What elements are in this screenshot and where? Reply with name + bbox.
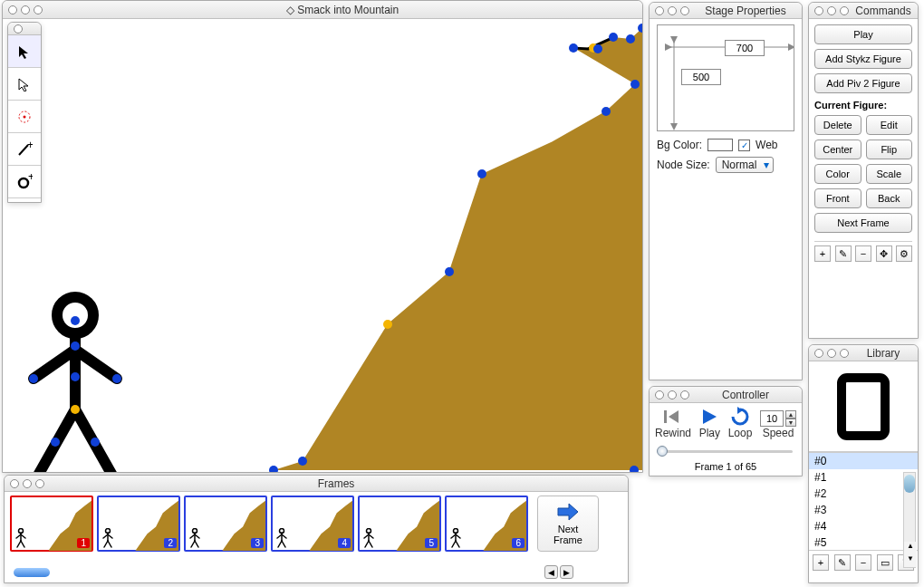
frame-thumbnail[interactable]: 3 bbox=[184, 496, 267, 552]
shape-node[interactable] bbox=[298, 457, 307, 466]
bg-color-swatch[interactable] bbox=[707, 139, 733, 151]
figure-node[interactable] bbox=[51, 438, 60, 447]
play-button[interactable]: Play bbox=[699, 407, 720, 439]
next-frame-button[interactable]: Next Frame bbox=[814, 213, 912, 233]
frame-thumbnail[interactable]: 6 bbox=[445, 496, 528, 552]
scroll-left-icon[interactable]: ◀ bbox=[544, 565, 558, 579]
tool-select[interactable] bbox=[8, 35, 41, 68]
tool-select-alt[interactable] bbox=[8, 68, 41, 101]
shape-node[interactable] bbox=[638, 24, 642, 33]
close-icon[interactable] bbox=[8, 5, 17, 14]
edit-icon[interactable]: ✎ bbox=[834, 554, 851, 571]
canvas-titlebar[interactable]: ◇ Smack into Mountain bbox=[3, 1, 642, 19]
figure-node[interactable] bbox=[71, 342, 80, 351]
zoom-icon[interactable] bbox=[680, 6, 689, 15]
library-item[interactable]: #2 bbox=[809, 486, 918, 502]
minimize-icon[interactable] bbox=[668, 6, 677, 15]
move-icon[interactable]: ✥ bbox=[876, 245, 892, 262]
minimize-icon[interactable] bbox=[668, 390, 677, 399]
frame-thumbnail[interactable]: 4 bbox=[271, 496, 354, 552]
stage-canvas[interactable] bbox=[3, 19, 642, 472]
add-icon[interactable]: + bbox=[813, 554, 829, 571]
controller-titlebar[interactable]: Controller bbox=[650, 387, 802, 403]
delete-button[interactable]: Delete bbox=[814, 115, 861, 135]
frame-slider[interactable] bbox=[655, 445, 796, 457]
minimize-icon[interactable] bbox=[23, 479, 32, 488]
edit-icon[interactable]: ✎ bbox=[835, 245, 852, 262]
library-item[interactable]: #3 bbox=[809, 502, 918, 518]
speed-input[interactable] bbox=[760, 410, 784, 427]
commands-titlebar[interactable]: Commands bbox=[809, 3, 918, 19]
library-item[interactable]: #0 bbox=[809, 453, 918, 469]
zoom-icon[interactable] bbox=[680, 390, 689, 399]
close-icon[interactable] bbox=[814, 6, 823, 15]
frame-thumbnail[interactable]: 1 bbox=[10, 496, 93, 552]
shape-node[interactable] bbox=[630, 466, 639, 472]
shape-node[interactable] bbox=[445, 267, 454, 276]
stage-titlebar[interactable]: Stage Properties bbox=[650, 3, 802, 19]
zoom-icon[interactable] bbox=[840, 349, 849, 358]
frames-scrollbar[interactable]: ◀ ▶ bbox=[14, 565, 573, 579]
figure-node[interactable] bbox=[91, 438, 100, 447]
shape-node[interactable] bbox=[626, 34, 635, 43]
folder-icon[interactable]: ▭ bbox=[877, 554, 893, 571]
close-icon[interactable] bbox=[10, 479, 19, 488]
minimize-icon[interactable] bbox=[827, 349, 836, 358]
loop-button[interactable]: Loop bbox=[728, 407, 753, 439]
minimize-icon[interactable] bbox=[21, 5, 30, 14]
center-button[interactable]: Center bbox=[814, 140, 861, 159]
figure-node[interactable] bbox=[71, 372, 80, 381]
figure-node[interactable] bbox=[71, 316, 80, 325]
web-checkbox[interactable]: ✓ bbox=[738, 140, 750, 151]
zoom-icon[interactable] bbox=[840, 6, 849, 15]
next-frame-button[interactable]: Next Frame bbox=[537, 496, 599, 552]
minimize-icon[interactable] bbox=[827, 6, 836, 15]
close-icon[interactable] bbox=[814, 349, 823, 358]
add-stykz-figure-button[interactable]: Add Stykz Figure bbox=[814, 49, 912, 69]
color-button[interactable]: Color bbox=[814, 164, 861, 184]
scroll-right-icon[interactable]: ▶ bbox=[560, 565, 573, 579]
library-item[interactable]: #4 bbox=[809, 518, 918, 534]
tool-add-circle[interactable]: + bbox=[8, 166, 41, 198]
library-item[interactable]: #1 bbox=[809, 469, 918, 486]
close-icon[interactable] bbox=[655, 6, 664, 15]
shape-node[interactable] bbox=[477, 169, 486, 178]
scale-button[interactable]: Scale bbox=[866, 164, 913, 184]
close-icon[interactable] bbox=[14, 24, 23, 34]
tool-titlebar[interactable] bbox=[8, 23, 41, 35]
speed-up-button[interactable]: ▲ bbox=[785, 410, 796, 419]
shape-node[interactable] bbox=[609, 33, 618, 42]
rewind-button[interactable]: Rewind bbox=[655, 407, 691, 439]
back-button[interactable]: Back bbox=[866, 188, 913, 208]
library-titlebar[interactable]: Library bbox=[809, 345, 918, 361]
node-size-select[interactable]: Normal bbox=[716, 157, 775, 173]
close-icon[interactable] bbox=[655, 390, 664, 399]
shape-node[interactable] bbox=[569, 43, 578, 53]
frames-titlebar[interactable]: Frames bbox=[5, 476, 628, 492]
figure-node[interactable] bbox=[112, 374, 121, 383]
library-list[interactable]: #0#1#2#3#4#5 bbox=[809, 452, 918, 550]
shape-node[interactable] bbox=[593, 44, 602, 53]
flip-button[interactable]: Flip bbox=[866, 140, 913, 159]
shape-node[interactable] bbox=[602, 107, 611, 116]
shape-node[interactable] bbox=[630, 80, 640, 89]
play-button[interactable]: Play bbox=[814, 24, 912, 44]
add-icon[interactable]: + bbox=[814, 245, 831, 262]
shape-node[interactable] bbox=[383, 320, 392, 329]
stage-width-input[interactable] bbox=[725, 40, 765, 56]
add-piv2-figure-button[interactable]: Add Piv 2 Figure bbox=[814, 73, 912, 93]
frame-thumbnail[interactable]: 2 bbox=[97, 496, 180, 552]
frame-thumbnail[interactable]: 5 bbox=[358, 496, 441, 552]
speed-down-button[interactable]: ▼ bbox=[785, 419, 796, 427]
remove-icon[interactable]: − bbox=[855, 245, 871, 262]
library-item[interactable]: #5 bbox=[809, 534, 918, 550]
edit-button[interactable]: Edit bbox=[866, 115, 913, 135]
tool-target[interactable] bbox=[8, 101, 41, 133]
library-scrollbar[interactable]: ▲ ▼ bbox=[903, 472, 916, 568]
stage-height-input[interactable] bbox=[681, 69, 721, 85]
gear-icon[interactable]: ⚙ bbox=[896, 245, 912, 262]
stick-figure[interactable] bbox=[12, 286, 139, 472]
shape-node[interactable] bbox=[269, 466, 278, 472]
remove-icon[interactable]: − bbox=[855, 554, 871, 571]
figure-node[interactable] bbox=[71, 405, 80, 414]
